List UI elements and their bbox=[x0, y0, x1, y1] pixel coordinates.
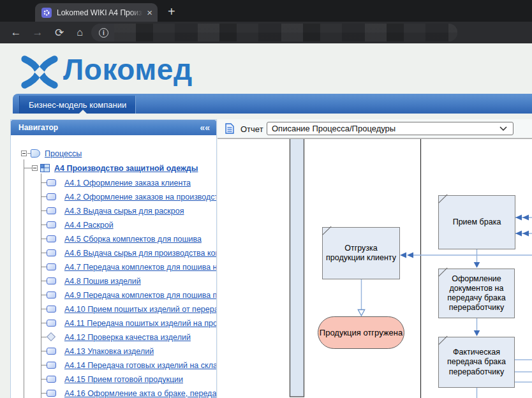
tree-link-processes[interactable]: Процессы bbox=[45, 149, 82, 158]
browser-tab[interactable]: Lokomed WIKI A4 Производство × bbox=[35, 3, 158, 22]
address-bar[interactable]: i bbox=[91, 24, 457, 41]
process-icon bbox=[47, 320, 56, 327]
active-tab-notch bbox=[79, 110, 87, 114]
diagram-icon bbox=[40, 164, 50, 172]
folded-corner-mark bbox=[438, 194, 447, 203]
browser-tab-strip: Lokomed WIKI A4 Производство × + bbox=[0, 0, 532, 22]
tree-link[interactable]: A4.3 Выдача сырья для раскроя bbox=[64, 207, 184, 216]
back-icon[interactable]: ← bbox=[9, 26, 23, 40]
collapse-panel-icon[interactable]: «« bbox=[200, 122, 210, 133]
navigator-header: Навигатор «« bbox=[11, 120, 216, 135]
diagram-node-oformlenie-dokumentov[interactable]: Оформление документов на передачу брака … bbox=[438, 269, 515, 318]
report-document-icon bbox=[225, 123, 234, 134]
process-icon bbox=[47, 193, 56, 200]
logo-text: Локомед bbox=[63, 52, 193, 87]
tree-link[interactable]: A4.2 Оформление заказов на производство … bbox=[64, 193, 217, 202]
report-label: Отчет bbox=[240, 124, 263, 134]
process-icon bbox=[47, 291, 56, 298]
tab-business-model-label: Бизнес-модель компании bbox=[29, 100, 126, 110]
tree-link-a4[interactable]: A4 Производство защитной одежды bbox=[54, 164, 198, 173]
process-icon bbox=[47, 263, 56, 270]
collapse-node-icon[interactable] bbox=[21, 151, 27, 156]
decision-icon bbox=[47, 332, 55, 341]
diagram-event-produkciya-otgruzhena[interactable]: Продукция отгружена bbox=[318, 316, 404, 349]
process-icon bbox=[47, 306, 56, 313]
swimlane-band bbox=[290, 139, 304, 397]
forward-icon: → bbox=[31, 26, 45, 40]
tree-link[interactable]: A4.6 Выдача сырья для производства компл… bbox=[64, 249, 217, 258]
process-icon bbox=[47, 207, 56, 214]
favicon-icon bbox=[41, 8, 52, 18]
process-icon bbox=[47, 277, 56, 284]
site-info-icon[interactable]: i bbox=[99, 28, 108, 38]
diagram-node-priem-braka[interactable]: Прием брака bbox=[438, 195, 515, 249]
navigator-panel: Навигатор «« Процессы A4 Производство за… bbox=[10, 119, 217, 398]
diagram-canvas[interactable]: Прием брака Отгрузка продукции клиенту О… bbox=[218, 138, 532, 398]
tree-link[interactable]: A4.16 Оформление акта о браке, передача … bbox=[64, 389, 217, 398]
main-nav-bar: Бизнес-модель компании bbox=[13, 94, 532, 114]
tree-link[interactable]: A4.4 Раскрой bbox=[64, 221, 114, 230]
tree-line bbox=[24, 168, 32, 168]
tree-link[interactable]: A4.10 Прием пошитых изделий от переработ… bbox=[64, 305, 217, 314]
report-select-value: Описание Процесса/Процедуры bbox=[272, 124, 499, 133]
tab-business-model[interactable]: Бизнес-модель компании bbox=[19, 96, 136, 114]
tree-link[interactable]: A4.9 Передача комплектов для пошива пере… bbox=[64, 291, 217, 300]
tree-link[interactable]: A4.7 Передача комплектов для пошива на с… bbox=[64, 263, 217, 272]
new-tab-button[interactable]: + bbox=[168, 4, 175, 18]
tree-line bbox=[24, 159, 24, 398]
tree-link[interactable]: A4.14 Передача готовых изделий на склад … bbox=[64, 361, 217, 370]
home-icon[interactable]: ⌂ bbox=[73, 26, 87, 40]
chevron-down-icon bbox=[499, 126, 507, 131]
diagram-node-fakticheskaya-peredacha[interactable]: Фактическая передача брака переработчику bbox=[438, 337, 515, 388]
logo-icon bbox=[18, 54, 61, 91]
tree-link[interactable]: A4.1 Оформление заказа клиента bbox=[64, 179, 191, 188]
process-icon bbox=[47, 179, 56, 186]
process-icon bbox=[47, 348, 56, 355]
folder-icon bbox=[31, 149, 40, 158]
navigator-title: Навигатор bbox=[18, 123, 58, 132]
report-select[interactable]: Описание Процесса/Процедуры bbox=[267, 122, 514, 135]
tree-link[interactable]: A4.11 Передача пошитых изделий на провер… bbox=[64, 319, 217, 328]
application-window: Lokomed WIKI A4 Производство × + ← → ⟳ ⌂… bbox=[0, 0, 532, 398]
browser-toolbar: ← → ⟳ ⌂ i bbox=[0, 22, 532, 43]
tree-link[interactable]: A4.8 Пошив изделий bbox=[64, 277, 141, 286]
diagram-node-otgruzka[interactable]: Отгрузка продукции клиенту bbox=[322, 227, 400, 279]
redacted-url bbox=[114, 24, 457, 41]
process-icon bbox=[47, 249, 56, 256]
process-icon bbox=[47, 390, 56, 397]
close-tab-icon[interactable]: × bbox=[147, 8, 152, 17]
tab-title: Lokomed WIKI A4 Производство bbox=[57, 8, 143, 17]
process-icon bbox=[47, 362, 56, 369]
tree-link[interactable]: A4.5 Сборка комплектов для пошива bbox=[64, 235, 202, 244]
node-label: Фактическая передача брака переработчику bbox=[441, 348, 512, 377]
process-icon bbox=[47, 221, 56, 228]
process-icon bbox=[47, 376, 56, 383]
node-label: Прием брака bbox=[453, 217, 501, 227]
reload-icon[interactable]: ⟳ bbox=[52, 26, 66, 40]
folded-corner-mark bbox=[438, 335, 447, 344]
folded-corner-mark bbox=[322, 226, 331, 235]
collapse-node-icon[interactable] bbox=[32, 165, 38, 171]
event-label: Продукция отгружена bbox=[320, 328, 403, 337]
tree-link[interactable]: A4.12 Проверка качества изделий bbox=[64, 333, 191, 342]
report-toolbar: Отчет Описание Процесса/Процедуры bbox=[218, 119, 532, 138]
process-icon bbox=[47, 235, 56, 242]
node-label: Оформление документов на передачу брака … bbox=[441, 274, 512, 313]
tree-link[interactable]: A4.13 Упаковка изделий bbox=[64, 347, 154, 356]
node-label: Отгрузка продукции клиенту bbox=[325, 244, 397, 263]
tree-link[interactable]: A4.15 Прием готовой продукции bbox=[64, 375, 183, 384]
